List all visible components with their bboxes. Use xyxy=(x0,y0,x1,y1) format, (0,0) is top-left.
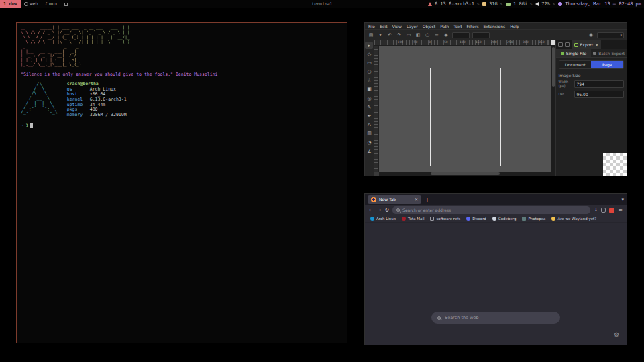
forward-icon[interactable]: → xyxy=(377,207,382,213)
desktop: 1 dev web ♪ mux terminal 6.13.6-arch3-1 … xyxy=(0,0,644,362)
ruler-label: 300 xyxy=(523,40,529,44)
ruler-label: 150 xyxy=(476,40,482,44)
drawn-vertical-line[interactable] xyxy=(430,68,431,166)
bookmark-label: Tuta Mail xyxy=(408,217,424,221)
horizontal-scrollbar[interactable] xyxy=(379,172,551,176)
dropper-tool-icon[interactable]: ◔ xyxy=(365,139,373,146)
text-tool-icon[interactable]: A xyxy=(365,121,373,129)
newtab-content: Search the web ⚙ xyxy=(365,223,627,345)
gradient-tool-icon[interactable]: ▥ xyxy=(365,130,373,137)
menu-filters[interactable]: Filters xyxy=(467,24,479,29)
shell-prompt[interactable]: ~ ❯ xyxy=(21,123,343,128)
snap-icon[interactable]: ◉ xyxy=(588,32,594,38)
back-icon[interactable]: ← xyxy=(369,207,374,213)
ruler-label: -100 xyxy=(396,40,403,44)
inkscape-window[interactable]: File Edit View Layer Object Path Text Fi… xyxy=(364,22,627,176)
dpi-field-row: DPI 96.00 xyxy=(559,90,624,98)
paste-icon[interactable]: ◧ xyxy=(415,32,421,38)
arch-icon xyxy=(428,2,432,6)
measure-tool-icon[interactable]: ∠ xyxy=(365,147,373,155)
export-preview-thumbnail xyxy=(603,153,627,176)
bookmark-arch-linux[interactable]: Arch Linux xyxy=(370,217,396,221)
firefox-window[interactable]: New Tab ✕ + ▾ ← → ↻ Search or enter addr… xyxy=(364,193,627,345)
export-dialog-tab[interactable]: Export × xyxy=(572,40,602,49)
pen-tool-icon[interactable]: ✒ xyxy=(365,113,373,120)
undo-icon[interactable]: ↶ xyxy=(386,32,393,38)
units-dropdown[interactable]: ▾ xyxy=(597,32,624,38)
menu-layer[interactable]: Layer xyxy=(407,24,418,29)
terminal-window[interactable]: __ _____| | ___ ___ _ __ ___ ___ | | \ \… xyxy=(16,22,347,343)
star-tool-icon[interactable]: ☆ xyxy=(365,77,373,84)
bookmark-tuta-mail[interactable]: Tuta Mail xyxy=(402,217,424,221)
kernel-version: 6.13.6-arch3-1 xyxy=(435,1,474,7)
ascii-art-back: _ _ _ | |__ __ _ ___| | _| | | '_ \ / _`… xyxy=(21,44,343,68)
menu-icon[interactable]: ≡ xyxy=(618,207,623,213)
menu-extensions[interactable]: Extensions xyxy=(484,24,506,29)
layers-icon[interactable]: ≡ xyxy=(433,32,440,38)
node-tool-icon[interactable]: ◇ xyxy=(365,50,373,58)
tab-label: Single File xyxy=(566,51,586,56)
group-icon[interactable]: ◈ xyxy=(443,32,449,38)
bookmark-software-refs[interactable]: software refs xyxy=(430,217,460,221)
copy-icon[interactable]: ▭ xyxy=(405,32,412,38)
ruler-label: -50 xyxy=(413,40,417,44)
width-input[interactable]: 794 xyxy=(574,80,624,88)
dpi-input[interactable]: 96.00 xyxy=(574,90,624,98)
menu-help[interactable]: Help xyxy=(510,24,519,29)
drawn-vertical-line[interactable] xyxy=(500,68,501,166)
extensions-icon[interactable] xyxy=(601,208,606,213)
separator: < xyxy=(500,1,503,7)
newtab-search-box[interactable]: Search the web xyxy=(431,312,560,324)
selector-tool-icon[interactable]: ▸ xyxy=(365,42,373,49)
docked-dialog-icon[interactable] xyxy=(565,42,570,47)
prompt-symbol: ❯ xyxy=(25,123,28,128)
bookmark-discord[interactable]: Discord xyxy=(466,217,486,221)
box3d-tool-icon[interactable]: ▣ xyxy=(365,86,373,93)
moon-icon xyxy=(558,2,562,6)
tab-batch-export[interactable]: Batch Export xyxy=(591,49,627,57)
ruler-label: 0 xyxy=(429,40,431,44)
volume-icon xyxy=(535,2,539,6)
new-tab-button[interactable]: + xyxy=(425,196,430,203)
document-button[interactable]: Document xyxy=(559,61,592,68)
menu-path[interactable]: Path xyxy=(440,24,449,29)
x-coordinate-field[interactable] xyxy=(452,32,470,38)
dropdown-chevron-icon[interactable]: ▾ xyxy=(377,32,384,38)
ascii-art-welcome: __ _____| | ___ ___ _ __ ___ ___ | | \ \… xyxy=(21,25,343,44)
page-button[interactable]: Page xyxy=(591,61,623,68)
ublock-icon[interactable] xyxy=(609,208,614,213)
vertical-ruler xyxy=(374,46,379,172)
tab-list-chevron-icon[interactable]: ▾ xyxy=(621,197,624,202)
bookmark-are-we-wayland-yet[interactable]: Are we Wayland yet? xyxy=(551,217,596,221)
bookmark-codeberg[interactable]: Codeberg xyxy=(492,217,517,221)
rectangle-tool-icon[interactable]: ▭ xyxy=(365,59,373,66)
docked-dialog-icon[interactable] xyxy=(558,42,563,47)
firefox-favicon-icon xyxy=(371,197,376,202)
personalize-gear-icon[interactable]: ⚙ xyxy=(614,331,619,338)
close-icon[interactable]: × xyxy=(595,42,598,47)
menu-object[interactable]: Object xyxy=(423,24,436,29)
url-bar[interactable]: Search or enter address xyxy=(392,206,590,214)
memory-usage: 1.8Gi xyxy=(513,1,527,7)
document-new-icon[interactable]: ▤ xyxy=(368,32,374,38)
canvas-page[interactable] xyxy=(379,46,551,172)
menu-view[interactable]: View xyxy=(392,24,402,29)
dpi-label: DPI xyxy=(559,93,572,97)
circle-tool-icon[interactable]: ○ xyxy=(365,68,373,76)
redo-icon[interactable]: ↷ xyxy=(396,32,402,38)
pencil-tool-icon[interactable]: ✎ xyxy=(365,103,373,111)
reload-icon[interactable]: ↻ xyxy=(384,207,389,213)
active-tab[interactable]: New Tab ✕ xyxy=(368,195,421,204)
downloads-icon[interactable]: ↓ xyxy=(594,208,598,213)
tab-single-file[interactable]: Single File xyxy=(556,49,592,57)
inkscape-canvas[interactable]: -100 -50 0 50 100 150 200 250 300 350 xyxy=(374,40,551,176)
y-coordinate-field[interactable] xyxy=(472,32,490,38)
menu-file[interactable]: File xyxy=(368,24,375,29)
export-scope-toggle: Document Page xyxy=(559,60,624,69)
zoom-icon[interactable]: ○ xyxy=(424,32,431,38)
tab-close-icon[interactable]: ✕ xyxy=(415,197,418,202)
bookmark-photopea[interactable]: Photopea xyxy=(522,217,545,221)
menu-text[interactable]: Text xyxy=(453,24,462,29)
menu-edit[interactable]: Edit xyxy=(380,24,388,29)
spiral-tool-icon[interactable]: ◎ xyxy=(365,95,373,102)
